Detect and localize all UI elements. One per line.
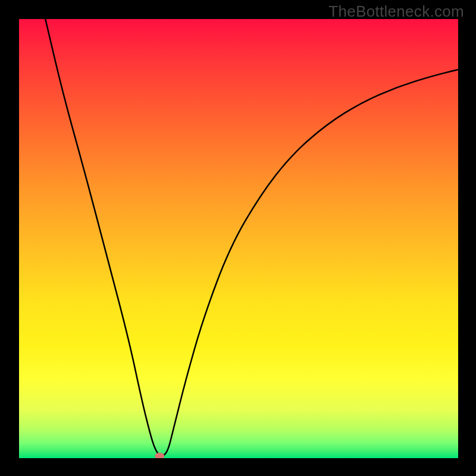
gradient-background (19, 19, 458, 458)
watermark-text: TheBottleneck.com (328, 2, 464, 21)
bottleneck-chart (19, 19, 458, 458)
plot-area (19, 19, 458, 458)
chart-frame: TheBottleneck.com (0, 0, 476, 476)
